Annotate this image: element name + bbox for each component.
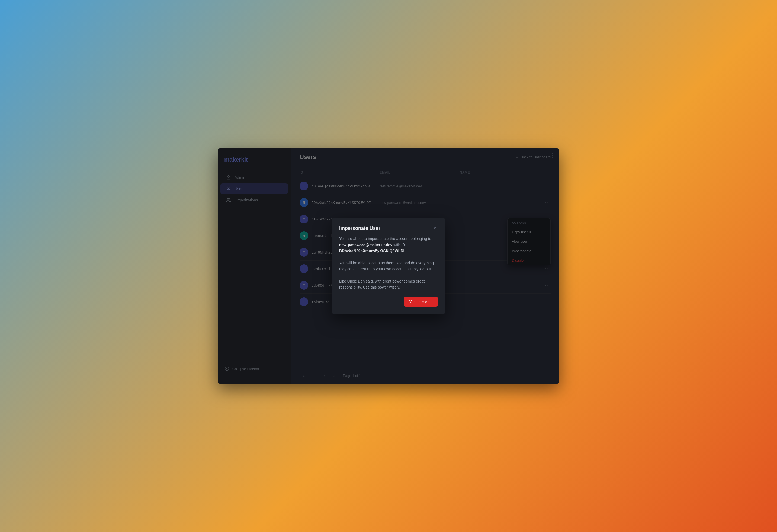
modal-header: Impersonate User × xyxy=(339,225,438,231)
modal-body-text1: You are about to impersonate the account… xyxy=(339,236,431,241)
modal-overlay[interactable]: Impersonate User × You are about to impe… xyxy=(218,148,559,384)
modal-footer: Yes, let's do it xyxy=(339,297,438,307)
modal-title: Impersonate User xyxy=(339,226,380,231)
app-window: ⋮ makerkit Admin xyxy=(218,148,559,384)
modal-body: You are about to impersonate the account… xyxy=(339,236,438,290)
confirm-impersonate-button[interactable]: Yes, let's do it xyxy=(404,297,438,307)
modal-body-p3: Like Uncle Ben said, with great power co… xyxy=(339,278,438,290)
modal-body-p2: You will be able to log in as them, see … xyxy=(339,260,438,272)
impersonate-modal: Impersonate User × You are about to impe… xyxy=(332,218,445,314)
modal-body-text3: . xyxy=(405,249,407,253)
modal-bold-email: new-password@makerkit.dev xyxy=(339,243,393,247)
modal-body-p1: You are about to impersonate the account… xyxy=(339,236,438,254)
modal-close-button[interactable]: × xyxy=(432,225,438,231)
modal-bold-id: BDhzXaN29nXmuev5yXtSKIQ3WLDI xyxy=(339,249,404,253)
modal-body-text2: with ID xyxy=(394,243,405,247)
